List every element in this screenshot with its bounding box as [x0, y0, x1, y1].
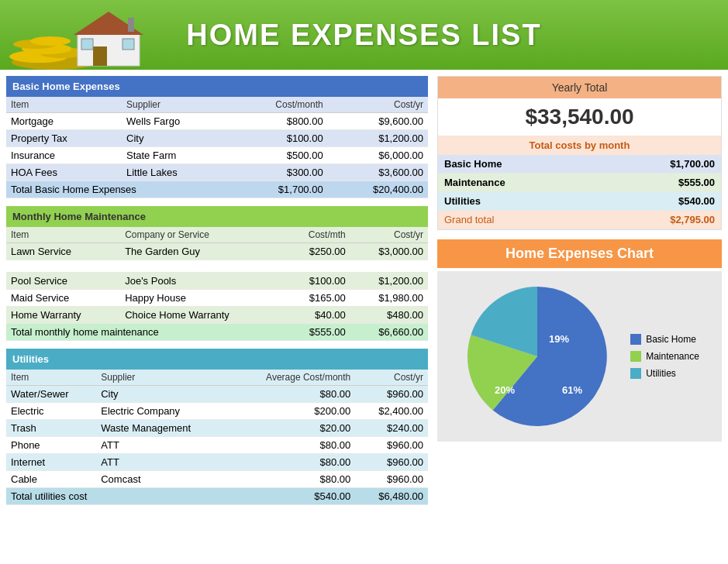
legend-label-maintenance: Maintenance	[646, 351, 699, 362]
pie-label-utilities: 20%	[495, 384, 515, 396]
monthly-label: Total costs by month	[438, 136, 721, 155]
legend-label-utilities: Utilities	[646, 368, 676, 379]
right-panel: Yearly Total $33,540.00 Total costs by m…	[434, 70, 728, 519]
chart-section: Home Expenses Chart	[437, 239, 722, 442]
svg-rect-9	[81, 39, 93, 50]
legend-color-basic-home	[630, 334, 641, 345]
svg-point-5	[30, 36, 71, 46]
pie-label-maintenance: 19%	[549, 333, 569, 345]
summary-row: Basic Home $1,700.00	[438, 155, 721, 174]
table-row: Property Tax City $100.00 $1,200.00	[6, 130, 428, 147]
pie-chart: 19% 20% 61%	[460, 279, 615, 434]
utilities-total-row: Total utilities cost $540.00 $6,480.00	[6, 488, 428, 505]
utilities-section: Utilities Item Supplier Average Cost/mon…	[6, 349, 428, 505]
chart-legend: Basic Home Maintenance Utilities	[630, 334, 699, 379]
svg-rect-8	[93, 46, 107, 66]
maintenance-table: Item Company or Service Cost/mth Cost/yr…	[6, 227, 428, 341]
table-row: Internet ATT $80.00 $960.00	[6, 454, 428, 471]
chart-title: Home Expenses Chart	[437, 239, 722, 268]
main-content: Basic Home Expenses Item Supplier Cost/m…	[0, 70, 728, 519]
bh-col-item: Item	[6, 97, 122, 113]
summary-table: Basic Home $1,700.00 Maintenance $555.00…	[438, 155, 721, 229]
table-row: Water/Sewer City $80.00 $960.00	[6, 386, 428, 403]
pie-label-basic-home: 61%	[562, 384, 582, 396]
maintenance-section: Monthly Home Maintenance Item Company or…	[6, 206, 428, 341]
chart-container: 19% 20% 61% Basic Home Maintenance	[437, 271, 722, 442]
basic-home-total-row: Total Basic Home Expenses $1,700.00 $20,…	[6, 181, 428, 198]
table-row: Phone ATT $80.00 $960.00	[6, 437, 428, 454]
header-illustration	[8, 4, 163, 70]
svg-rect-11	[128, 18, 134, 32]
table-row: Electric Electric Company $200.00 $2,400…	[6, 403, 428, 420]
u-col-yr: Cost/yr	[355, 370, 428, 386]
page-header: HOME EXPENSES LIST	[0, 0, 728, 70]
yearly-total-value: $33,540.00	[438, 98, 721, 136]
table-row: HOA Fees Little Lakes $300.00 $3,600.00	[6, 164, 428, 181]
page-title: HOME EXPENSES LIST	[186, 19, 541, 52]
table-row: Pool Service Joe's Pools $100.00 $1,200.…	[6, 273, 428, 290]
svg-rect-10	[122, 39, 134, 50]
utilities-table: Item Supplier Average Cost/month Cost/yr…	[6, 370, 428, 505]
bh-col-month: Cost/month	[233, 97, 328, 113]
u-col-supplier: Supplier	[96, 370, 229, 386]
table-row: Maid Service Happy House $165.00 $1,980.…	[6, 290, 428, 307]
left-panel: Basic Home Expenses Item Supplier Cost/m…	[0, 70, 434, 519]
legend-item-basic-home: Basic Home	[630, 334, 699, 345]
grand-total-row: Grand total $2,795.00	[438, 211, 721, 229]
legend-item-maintenance: Maintenance	[630, 351, 699, 362]
basic-home-table: Item Supplier Cost/month Cost/yr Mortgag…	[6, 97, 428, 198]
m-col-month: Cost/mth	[284, 227, 350, 243]
yearly-total-label: Yearly Total	[438, 77, 721, 98]
m-col-item: Item	[6, 227, 120, 243]
summary-box: Yearly Total $33,540.00 Total costs by m…	[437, 76, 722, 230]
summary-row: Utilities $540.00	[438, 192, 721, 211]
m-col-company: Company or Service	[120, 227, 283, 243]
table-row: Trash Waste Management $20.00 $240.00	[6, 420, 428, 437]
home-warranty-row: Home Warranty Choice Home Warranty $40.0…	[6, 307, 428, 324]
legend-label-basic-home: Basic Home	[646, 334, 696, 345]
legend-item-utilities: Utilities	[630, 368, 699, 379]
table-row: Insurance State Farm $500.00 $6,000.00	[6, 147, 428, 164]
u-col-item: Item	[6, 370, 96, 386]
bh-col-yr: Cost/yr	[328, 97, 428, 113]
table-row: Lawn Service The Garden Guy $250.00 $3,0…	[6, 243, 428, 260]
legend-color-utilities	[630, 368, 641, 379]
basic-home-header: Basic Home Expenses	[6, 76, 428, 97]
utilities-header: Utilities	[6, 349, 428, 370]
table-row: Mortgage Wells Fargo $800.00 $9,600.00	[6, 113, 428, 130]
table-row	[6, 260, 428, 273]
maintenance-total-row: Total monthly home maintenance $555.00 $…	[6, 324, 428, 341]
bh-col-supplier: Supplier	[122, 97, 233, 113]
basic-home-section: Basic Home Expenses Item Supplier Cost/m…	[6, 76, 428, 198]
m-col-yr: Cost/yr	[350, 227, 428, 243]
legend-color-maintenance	[630, 351, 641, 362]
summary-row: Maintenance $555.00	[438, 174, 721, 192]
table-row: Cable Comcast $80.00 $960.00	[6, 471, 428, 488]
maintenance-header: Monthly Home Maintenance	[6, 206, 428, 227]
u-col-month: Average Cost/month	[229, 370, 356, 386]
